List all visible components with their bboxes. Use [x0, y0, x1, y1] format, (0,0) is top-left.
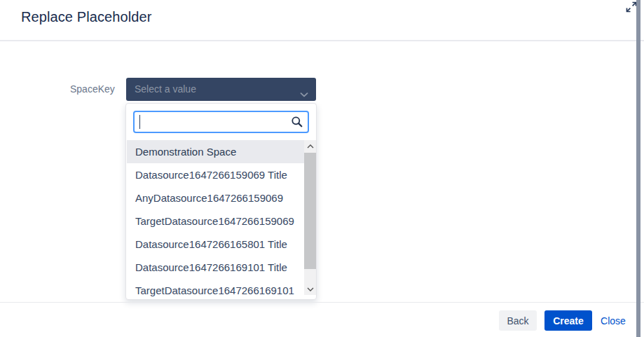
option-datasource-165801[interactable]: Datasource1647266165801 Title	[127, 233, 305, 256]
close-button[interactable]: Close	[598, 310, 629, 331]
text-caret	[139, 115, 140, 129]
dropdown-scrollbar-thumb[interactable]	[304, 153, 316, 269]
page-scrollbar[interactable]	[636, 0, 640, 337]
page-title: Replace Placeholder	[21, 9, 151, 25]
chevron-up-icon	[307, 144, 314, 149]
header-divider	[0, 40, 644, 41]
chevron-down-icon	[307, 287, 314, 291]
option-datasource-159069[interactable]: Datasource1647266159069 Title	[127, 163, 305, 186]
option-anydatasource-159069[interactable]: AnyDatasource1647266159069	[127, 186, 305, 209]
option-targetdatasource-159069[interactable]: TargetDatasource1647266159069	[127, 209, 305, 233]
dropdown-scrollbar[interactable]	[304, 140, 316, 295]
dropdown-search-input[interactable]	[133, 111, 309, 133]
search-icon	[291, 116, 303, 131]
scroll-down-button[interactable]	[304, 283, 316, 295]
back-button[interactable]: Back	[499, 310, 537, 331]
select-dropdown-panel: Demonstration Space Datasource1647266159…	[125, 103, 317, 300]
create-button[interactable]: Create	[544, 310, 592, 331]
select-placeholder: Select a value	[135, 78, 196, 101]
spacekey-select[interactable]: Select a value	[126, 78, 316, 101]
spacekey-label: SpaceKey	[70, 83, 115, 95]
footer-divider	[0, 302, 644, 303]
scroll-up-button[interactable]	[304, 140, 316, 152]
option-list: Demonstration Space Datasource1647266159…	[127, 140, 317, 300]
option-targetdatasource-169101[interactable]: TargetDatasource1647266169101	[127, 279, 305, 300]
option-demonstration-space[interactable]: Demonstration Space	[127, 140, 305, 163]
chevron-down-icon	[300, 88, 308, 100]
expand-icon[interactable]	[626, 1, 637, 13]
dropdown-search	[133, 111, 309, 133]
option-datasource-169101[interactable]: Datasource1647266169101 Title	[127, 256, 305, 279]
